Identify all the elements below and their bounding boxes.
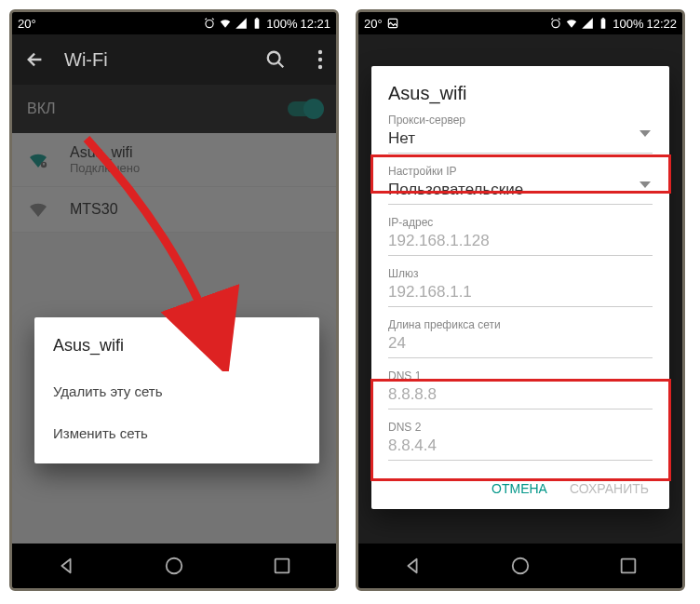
save-button[interactable]: СОХРАНИТЬ — [570, 481, 649, 496]
content-area: Asus_wifi Прокси-сервер Нет Настройки IP… — [358, 34, 682, 544]
network-ssid: Asus_wifi — [70, 144, 321, 161]
dns2-value: 8.8.4.4 — [388, 434, 653, 461]
network-config-dialog: Asus_wifi Прокси-сервер Нет Настройки IP… — [371, 66, 669, 509]
battery-icon — [250, 17, 263, 30]
svg-point-5 — [318, 58, 322, 61]
dns2-field[interactable]: DNS 2 8.8.4.4 — [388, 421, 653, 461]
nav-home-icon[interactable] — [164, 556, 184, 576]
alarm-icon — [203, 17, 216, 30]
prefix-label: Длина префикса сети — [388, 318, 653, 331]
context-menu-dialog: Asus_wifi Удалить эту сеть Изменить сеть — [34, 317, 319, 463]
dns1-field[interactable]: DNS 1 8.8.8.8 — [388, 369, 653, 409]
svg-point-12 — [552, 20, 559, 28]
svg-rect-1 — [255, 19, 260, 28]
status-bar: 20° 100% 12:22 — [358, 12, 682, 34]
svg-rect-2 — [256, 18, 258, 19]
ip-address-value: 192.168.1.128 — [388, 229, 653, 256]
signal-icon — [235, 17, 248, 30]
search-icon[interactable] — [265, 49, 286, 70]
phone-screen-1: 20° 100% 12:21 Wi-Fi ВКЛ Asus_wifi Подкл… — [9, 9, 339, 591]
network-row[interactable]: Asus_wifi Подключено — [12, 133, 336, 187]
status-bar: 20° 100% 12:21 — [12, 12, 336, 34]
network-status: Подключено — [70, 161, 321, 175]
svg-point-4 — [318, 50, 322, 54]
content-area: ВКЛ Asus_wifi Подключено MTS30 Asus_wifi… — [12, 85, 336, 544]
wifi-toggle[interactable] — [288, 101, 321, 116]
svg-rect-8 — [43, 163, 45, 166]
prefix-value: 24 — [388, 331, 653, 358]
ip-address-field[interactable]: IP-адрес 192.168.1.128 — [388, 216, 653, 256]
temperature: 20° — [364, 17, 383, 31]
network-row[interactable]: MTS30 — [12, 187, 336, 233]
nav-recent-icon[interactable] — [618, 556, 639, 576]
gateway-value: 192.168.1.1 — [388, 280, 653, 307]
battery-percent: 100% — [266, 17, 297, 31]
gateway-label: Шлюз — [388, 267, 653, 280]
wifi-toggle-row[interactable]: ВКЛ — [12, 85, 336, 133]
svg-rect-16 — [622, 559, 636, 573]
svg-rect-13 — [601, 19, 606, 28]
wifi-signal-icon — [27, 198, 49, 221]
wifi-icon — [219, 17, 232, 30]
svg-point-0 — [206, 20, 213, 28]
proxy-label: Прокси-сервер — [388, 114, 653, 127]
dns2-label: DNS 2 — [388, 421, 653, 434]
wifi-icon — [565, 17, 578, 30]
dialog-title: Asus_wifi — [53, 336, 301, 356]
page-title: Wi-Fi — [64, 49, 247, 71]
dialog-title: Asus_wifi — [388, 83, 653, 104]
svg-point-6 — [318, 65, 322, 69]
dns1-value: 8.8.8.8 — [388, 383, 653, 409]
proxy-field[interactable]: Прокси-сервер Нет — [388, 114, 653, 154]
wifi-signal-icon — [27, 149, 49, 171]
network-ssid: MTS30 — [70, 201, 321, 218]
more-icon[interactable] — [317, 49, 323, 70]
temperature: 20° — [18, 17, 36, 31]
toggle-label: ВКЛ — [27, 101, 288, 117]
nav-back-icon[interactable] — [56, 556, 76, 576]
battery-percent: 100% — [612, 17, 643, 31]
gateway-field[interactable]: Шлюз 192.168.1.1 — [388, 267, 653, 307]
nav-bar — [358, 544, 682, 588]
clock: 12:22 — [646, 17, 677, 31]
signal-icon — [581, 17, 594, 30]
clock: 12:21 — [300, 17, 330, 31]
dropdown-icon — [639, 130, 651, 138]
screenshot-icon — [386, 17, 399, 30]
nav-home-icon[interactable] — [510, 556, 531, 576]
ip-address-label: IP-адрес — [388, 216, 653, 229]
proxy-value: Нет — [388, 127, 653, 154]
nav-back-icon[interactable] — [402, 556, 423, 576]
svg-rect-14 — [602, 18, 604, 19]
toolbar: Wi-Fi — [12, 34, 336, 85]
svg-rect-10 — [276, 559, 289, 573]
dialog-actions: ОТМЕНА СОХРАНИТЬ — [388, 472, 653, 502]
nav-recent-icon[interactable] — [272, 556, 292, 576]
nav-bar — [12, 544, 336, 588]
svg-point-3 — [268, 52, 280, 64]
menu-item-modify[interactable]: Изменить сеть — [53, 412, 301, 454]
cancel-button[interactable]: ОТМЕНА — [491, 481, 547, 496]
prefix-field[interactable]: Длина префикса сети 24 — [388, 318, 653, 358]
dropdown-icon — [639, 181, 651, 189]
svg-point-15 — [513, 558, 529, 574]
dns1-label: DNS 1 — [388, 369, 653, 383]
alarm-icon — [549, 17, 562, 30]
battery-icon — [597, 17, 610, 30]
svg-point-9 — [167, 558, 182, 574]
ip-settings-label: Настройки IP — [388, 165, 653, 178]
ip-settings-value: Пользовательские — [388, 178, 653, 205]
back-icon[interactable] — [25, 49, 46, 70]
menu-item-forget[interactable]: Удалить эту сеть — [53, 370, 301, 412]
phone-screen-2: 20° 100% 12:22 Asus_wifi Прокси-сервер Н… — [356, 9, 685, 591]
ip-settings-field[interactable]: Настройки IP Пользовательские — [388, 165, 653, 205]
